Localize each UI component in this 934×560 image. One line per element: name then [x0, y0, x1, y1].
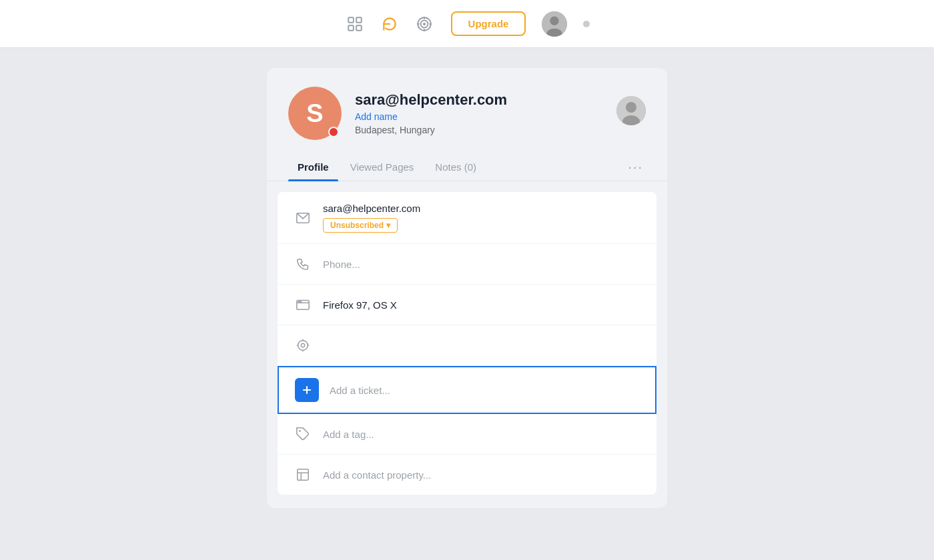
chevron-down-icon: ▾: [386, 221, 390, 230]
add-contact-property-row[interactable]: Add a contact property...: [278, 455, 656, 495]
contact-location: Budapest, Hungary: [355, 125, 646, 135]
top-navigation: Upgrade: [0, 0, 934, 48]
ticket-icon-box: [295, 378, 319, 402]
svg-point-20: [298, 301, 299, 302]
svg-point-30: [299, 430, 301, 432]
svg-rect-2: [348, 25, 354, 31]
agent-avatar-nav[interactable]: [542, 11, 567, 37]
main-content: S sara@helpcenter.com Add name Budapest,…: [0, 48, 934, 560]
contact-header: S sara@helpcenter.com Add name Budapest,…: [267, 68, 667, 153]
svg-rect-1: [356, 17, 362, 23]
profile-card: sara@helpcenter.com Unsubscribed ▾ Phone…: [278, 192, 656, 495]
svg-rect-31: [298, 469, 309, 481]
phone-icon: [294, 255, 312, 273]
phone-placeholder: Phone...: [323, 259, 360, 270]
contact-info: sara@helpcenter.com Add name Budapest, H…: [355, 91, 646, 135]
add-ticket-row[interactable]: Add a ticket...: [278, 366, 656, 414]
email-row: sara@helpcenter.com Unsubscribed ▾: [278, 192, 656, 244]
assigned-agent-avatar[interactable]: [616, 96, 646, 125]
svg-rect-3: [356, 25, 362, 31]
tag-icon: [294, 425, 312, 443]
contact-property-icon: [294, 465, 312, 484]
contact-panel: S sara@helpcenter.com Add name Budapest,…: [267, 68, 667, 508]
contact-avatar: S: [288, 87, 342, 140]
add-contact-property-placeholder: Add a contact property...: [323, 469, 431, 481]
avatar-badge: [328, 127, 339, 137]
gps-icon: [294, 336, 312, 355]
svg-point-6: [423, 23, 424, 24]
svg-point-15: [626, 102, 636, 113]
browser-icon: [294, 295, 312, 314]
svg-point-21: [300, 301, 301, 302]
tab-notes[interactable]: Notes (0): [426, 153, 486, 181]
location-row: [278, 325, 656, 366]
svg-point-23: [298, 341, 308, 351]
add-name-link[interactable]: Add name: [355, 111, 646, 122]
tab-viewed-pages[interactable]: Viewed Pages: [341, 153, 424, 181]
add-ticket-placeholder: Add a ticket...: [330, 385, 390, 396]
email-icon: [294, 209, 312, 227]
subscription-status-badge[interactable]: Unsubscribed ▾: [323, 218, 398, 233]
email-value: sara@helpcenter.com: [323, 203, 640, 214]
add-tag-row[interactable]: Add a tag...: [278, 414, 656, 455]
phone-row[interactable]: Phone...: [278, 244, 656, 285]
pages-icon[interactable]: [344, 13, 366, 35]
svg-rect-0: [348, 17, 354, 23]
tab-profile[interactable]: Profile: [288, 153, 338, 181]
upgrade-button[interactable]: Upgrade: [451, 11, 526, 36]
nav-icon-group: [344, 13, 435, 35]
email-content: sara@helpcenter.com Unsubscribed ▾: [323, 203, 640, 233]
svg-point-22: [301, 343, 305, 347]
refresh-icon[interactable]: [379, 13, 400, 35]
target-icon[interactable]: [414, 13, 435, 35]
contact-email: sara@helpcenter.com: [355, 91, 646, 109]
tab-bar: Profile Viewed Pages Notes (0) ···: [267, 153, 667, 181]
svg-point-12: [550, 16, 559, 25]
add-tag-placeholder: Add a tag...: [323, 429, 374, 440]
tab-more-button[interactable]: ···: [625, 154, 646, 180]
browser-row: Firefox 97, OS X: [278, 285, 656, 325]
status-dot: [583, 21, 590, 27]
browser-value: Firefox 97, OS X: [323, 299, 397, 311]
